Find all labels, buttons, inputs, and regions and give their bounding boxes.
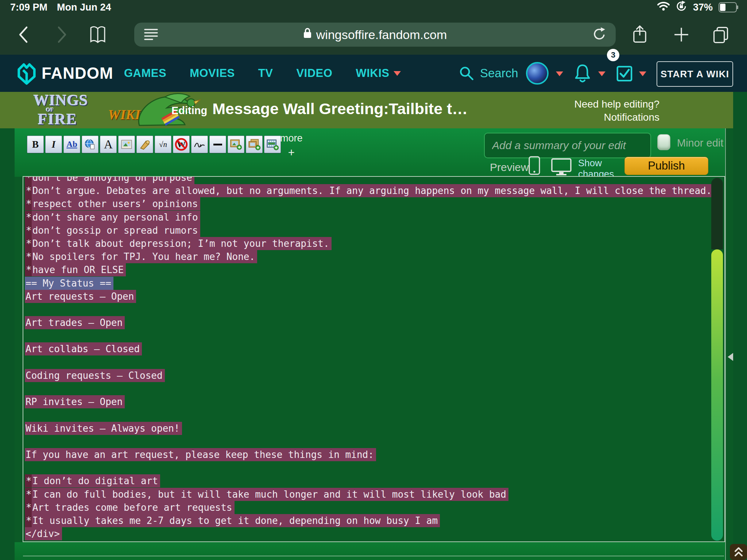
editor-line[interactable] xyxy=(25,303,724,316)
internal-link-button[interactable]: Ab xyxy=(63,136,80,153)
scroll-to-top-button[interactable] xyxy=(730,544,747,560)
editor-line[interactable]: *I don’t do digital art xyxy=(25,474,724,487)
editor-line[interactable] xyxy=(25,356,724,369)
editor-line[interactable] xyxy=(25,435,724,448)
nav-link-wikis[interactable]: WIKIS xyxy=(356,67,401,80)
editing-label: Editing xyxy=(171,105,207,117)
editor-line[interactable] xyxy=(25,382,724,395)
editor-line[interactable]: *I can do full bodies, but it will take … xyxy=(25,488,724,501)
more-tools-expand[interactable]: + xyxy=(280,146,303,159)
add-gallery-button[interactable] xyxy=(246,136,263,153)
nav-link-games[interactable]: GAMES xyxy=(124,67,166,80)
notification-badge: 3 xyxy=(607,49,619,61)
bottom-divider xyxy=(23,556,724,556)
more-tools-label[interactable]: more xyxy=(280,133,303,144)
editor-line[interactable]: *don’t be annoying on purpose xyxy=(25,176,724,184)
wings-of-fire-logo[interactable]: WINGS OF FIRE xyxy=(34,93,88,127)
editor-line[interactable]: Coding requests – Closed xyxy=(25,369,724,382)
left-page-margin xyxy=(0,128,15,560)
editor-line[interactable]: RP invites – Open xyxy=(25,395,724,408)
publish-button[interactable]: Publish xyxy=(624,157,708,175)
ios-status-bar: 7:09 PM Mon Jun 24 37% xyxy=(0,0,747,15)
edit-summary-input[interactable] xyxy=(484,133,651,158)
editor-line[interactable] xyxy=(25,461,724,474)
headline-button[interactable]: A xyxy=(100,136,117,153)
editor-line[interactable]: *No spoilers for TPJ. You hear me? None. xyxy=(25,250,724,263)
fandom-nav-links: GAMESMOVIESTVVIDEOWIKIS xyxy=(124,55,401,92)
address-bar[interactable]: wingsoffire.fandom.com xyxy=(134,23,616,47)
embedded-image-button[interactable] xyxy=(118,136,135,153)
nav-link-video[interactable]: VIDEO xyxy=(296,67,332,80)
editor-line[interactable]: *Don’t talk about depression; I’m not yo… xyxy=(25,237,724,250)
editor-line[interactable]: *It usually takes me 2-7 days to get it … xyxy=(25,514,724,527)
italic-button[interactable]: I xyxy=(45,136,62,153)
horizontal-line-button[interactable] xyxy=(209,136,226,153)
editor-line[interactable]: </div> xyxy=(25,527,724,540)
fandom-logo[interactable]: FANDOM xyxy=(15,61,113,85)
bell-caret-icon[interactable] xyxy=(598,71,605,76)
nowiki-button[interactable]: W xyxy=(173,136,190,153)
tabs-button[interactable] xyxy=(711,24,731,45)
notifications-link[interactable]: Notifications xyxy=(574,111,659,124)
user-avatar[interactable] xyxy=(526,62,549,85)
add-photo-button[interactable] xyxy=(228,136,244,153)
editor-line[interactable]: Wiki invites – Always open! xyxy=(25,422,724,435)
editor-line[interactable]: *Art trades come before art requests xyxy=(25,501,724,514)
notifications-bell[interactable] xyxy=(573,63,592,85)
bookmarks-button[interactable] xyxy=(88,24,108,45)
new-tab-button[interactable] xyxy=(671,24,692,45)
editor-line[interactable] xyxy=(25,329,724,342)
safari-toolbar: wingsoffire.fandom.com xyxy=(0,15,747,55)
message-check-icon xyxy=(616,65,633,82)
editor-line[interactable]: Art trades – Open xyxy=(25,316,724,329)
editor-content[interactable]: *don’t be annoying on purpose*Don’t argu… xyxy=(25,176,724,540)
editor-line[interactable]: *have fun OR ELSE xyxy=(25,263,724,276)
desktop-preview-button[interactable] xyxy=(551,158,572,177)
global-search[interactable]: Search xyxy=(459,55,518,92)
nav-link-movies[interactable]: MOVIES xyxy=(190,67,235,80)
editor-toolbar-panel: BIAbA√nW more + Minor edit Preview Show … xyxy=(15,128,725,177)
lock-icon xyxy=(303,27,312,42)
fandom-navbar: FANDOM GAMESMOVIESTVVIDEOWIKIS Search 3 … xyxy=(0,55,747,92)
editor-line[interactable]: Art requests – Open xyxy=(25,290,724,303)
editor-line[interactable]: If you have an art request, please keep … xyxy=(25,448,724,461)
reload-icon[interactable] xyxy=(592,27,607,43)
editor-scrollbar-track[interactable] xyxy=(711,178,723,249)
mobile-preview-button[interactable] xyxy=(528,156,541,176)
search-icon xyxy=(459,66,474,81)
message-caret-icon[interactable] xyxy=(639,71,646,76)
bold-button[interactable]: B xyxy=(27,136,44,153)
external-link-button[interactable] xyxy=(82,136,98,153)
forward-button[interactable] xyxy=(52,24,72,45)
right-rail-divider xyxy=(725,128,726,560)
math-button[interactable]: √n xyxy=(155,136,171,153)
bell-icon xyxy=(573,63,592,84)
need-help-link[interactable]: Need help editing? xyxy=(574,98,659,111)
editor-line[interactable]: *respect other users’ opinions xyxy=(25,197,724,210)
wikitext-editor[interactable]: *don’t be annoying on purpose*Don’t argu… xyxy=(23,176,725,542)
editor-scrollbar-thumb[interactable] xyxy=(711,249,723,541)
collapse-rail-arrow-icon[interactable] xyxy=(728,353,733,361)
share-button[interactable] xyxy=(630,24,650,45)
editor-line[interactable]: Art collabs – Closed xyxy=(25,342,724,355)
media-file-link-button[interactable] xyxy=(136,136,153,153)
editor-line[interactable] xyxy=(25,408,724,421)
rotation-lock-icon xyxy=(676,0,687,15)
wikitext-toolbar: BIAbA√nW xyxy=(27,136,281,153)
message-wall-button[interactable] xyxy=(616,65,633,84)
back-button[interactable] xyxy=(13,24,34,45)
date: Mon Jun 24 xyxy=(57,2,111,13)
nav-link-tv[interactable]: TV xyxy=(258,67,273,80)
editor-line[interactable]: *Don’t argue. Debates are allowed, but n… xyxy=(25,184,724,197)
wikis-caret-icon xyxy=(394,71,401,76)
editor-line[interactable]: == My Status == xyxy=(25,277,724,290)
battery-icon xyxy=(719,2,737,12)
minor-edit-checkbox[interactable] xyxy=(657,134,670,150)
add-video-button[interactable] xyxy=(264,136,281,153)
editor-line[interactable]: *don’t share any personal info xyxy=(25,211,724,224)
start-a-wiki-button[interactable]: START A WIKI xyxy=(657,61,733,87)
wiki-edit-header: WINGS OF FIRE WIKI Editing Message Wall … xyxy=(0,92,747,128)
editor-line[interactable]: *don’t gossip or spread rumors xyxy=(25,224,724,237)
avatar-caret-icon[interactable] xyxy=(556,71,563,76)
signature-button[interactable] xyxy=(191,136,208,153)
